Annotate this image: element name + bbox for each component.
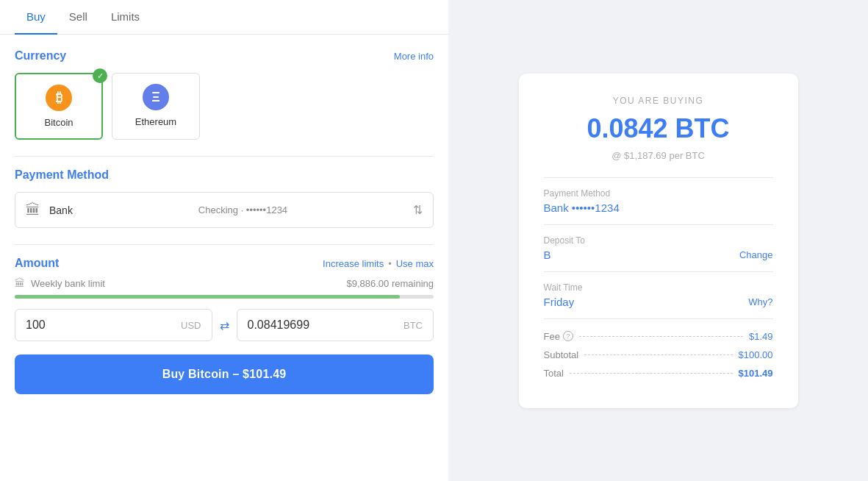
order-divider-3 xyxy=(544,271,773,272)
amount-section: Amount Increase limits • Use max 🏛 Weekl… xyxy=(15,257,434,341)
payment-left: 🏛 Bank xyxy=(26,202,73,218)
total-label: Total xyxy=(544,368,564,379)
order-divider-4 xyxy=(544,318,773,319)
progress-bar xyxy=(15,295,434,299)
currency-cards: ✓ ₿ Bitcoin Ξ Ethereum xyxy=(15,73,434,140)
wait-time-row-label: Wait Time xyxy=(544,282,773,293)
amount-links: Increase limits • Use max xyxy=(323,258,434,269)
ethereum-icon: Ξ xyxy=(143,84,169,110)
amount-title: Amount xyxy=(15,257,59,270)
total-value: $101.49 xyxy=(739,368,773,379)
more-info-link[interactable]: More info xyxy=(394,51,434,62)
wait-time-row-value: Friday Why? xyxy=(544,296,773,308)
order-wait-row: Wait Time Friday Why? xyxy=(544,282,773,308)
left-panel: Buy Sell Limits Currency More info ✓ ₿ B… xyxy=(0,0,448,481)
left-content: Currency More info ✓ ₿ Bitcoin Ξ Ethereu… xyxy=(0,35,448,481)
right-panel: YOU ARE BUYING 0.0842 BTC @ $1,187.69 pe… xyxy=(448,0,868,481)
you-are-buying-label: YOU ARE BUYING xyxy=(544,96,773,106)
buy-button[interactable]: Buy Bitcoin – $101.49 xyxy=(15,354,434,394)
selected-check-icon: ✓ xyxy=(93,68,107,83)
limit-row: 🏛 Weekly bank limit $9,886.00 remaining xyxy=(15,277,434,289)
btc-input[interactable] xyxy=(248,318,400,332)
why-link[interactable]: Why? xyxy=(748,296,772,307)
payment-method-row-value: Bank ••••••1234 xyxy=(544,202,773,214)
btc-currency-label: BTC xyxy=(403,320,423,331)
fee-value: $1.49 xyxy=(749,331,773,342)
order-deposit-row: Deposit To B Change xyxy=(544,235,773,261)
bank-name-label: Bank xyxy=(49,204,73,216)
fee-dots-1 xyxy=(579,336,743,337)
divider-payment xyxy=(15,244,434,245)
btc-amount-large: 0.0842 BTC xyxy=(544,113,773,144)
currency-card-bitcoin[interactable]: ✓ ₿ Bitcoin xyxy=(15,73,103,140)
divider-currency xyxy=(15,156,434,157)
tab-buy[interactable]: Buy xyxy=(15,0,57,35)
order-divider-2 xyxy=(544,224,773,225)
subtotal-row: Subtotal $100.00 xyxy=(544,349,773,360)
change-link[interactable]: Change xyxy=(739,249,773,260)
payment-method-title: Payment Method xyxy=(15,168,109,182)
deposit-to-row-label: Deposit To xyxy=(544,235,773,246)
progress-fill xyxy=(15,295,400,299)
payment-method-row-label: Payment Method xyxy=(544,188,773,199)
fee-dots-3 xyxy=(570,373,733,374)
bitcoin-icon: ₿ xyxy=(46,85,72,111)
use-max-link[interactable]: Use max xyxy=(396,258,434,269)
deposit-to-value: B xyxy=(544,249,551,261)
tab-sell[interactable]: Sell xyxy=(57,0,99,35)
deposit-to-row-value: B Change xyxy=(544,249,773,261)
remaining-label: $9,886.00 remaining xyxy=(346,278,434,289)
payment-method-select[interactable]: 🏛 Bank Checking · ••••••1234 ⇅ xyxy=(15,192,434,228)
fee-label: Fee ? xyxy=(544,331,573,342)
order-payment-row: Payment Method Bank ••••••1234 xyxy=(544,188,773,214)
payment-method-value: Bank ••••••1234 xyxy=(544,202,620,214)
amount-section-header: Amount Increase limits • Use max xyxy=(15,257,434,270)
order-divider-1 xyxy=(544,177,773,178)
fee-rows: Fee ? $1.49 Subtotal $100.00 Total $101.… xyxy=(544,331,773,379)
wait-time-value: Friday xyxy=(544,296,575,308)
amount-inputs: USD ⇄ BTC xyxy=(15,309,434,341)
bank-limit-icon: 🏛 xyxy=(15,277,25,289)
tab-limits[interactable]: Limits xyxy=(99,0,151,35)
subtotal-label: Subtotal xyxy=(544,349,579,360)
total-row: Total $101.49 xyxy=(544,368,773,379)
bank-icon: 🏛 xyxy=(26,202,40,218)
currency-card-ethereum[interactable]: Ξ Ethereum xyxy=(112,73,200,140)
tabs-container: Buy Sell Limits xyxy=(0,0,448,35)
weekly-bank-limit-label: Weekly bank limit xyxy=(31,278,105,289)
price-per-btc-label: @ $1,187.69 per BTC xyxy=(544,150,773,161)
order-card: YOU ARE BUYING 0.0842 BTC @ $1,187.69 pe… xyxy=(519,74,798,408)
bitcoin-label: Bitcoin xyxy=(44,117,73,128)
limit-left: 🏛 Weekly bank limit xyxy=(15,277,105,289)
fee-info-icon[interactable]: ? xyxy=(563,331,573,341)
dot-separator: • xyxy=(388,258,392,269)
currency-section-header: Currency More info xyxy=(15,49,434,63)
increase-limits-link[interactable]: Increase limits xyxy=(323,258,384,269)
usd-currency-label: USD xyxy=(181,320,201,331)
swap-icon[interactable]: ⇄ xyxy=(220,318,229,332)
btc-input-box[interactable]: BTC xyxy=(237,309,434,341)
fee-dots-2 xyxy=(584,354,732,355)
usd-input[interactable] xyxy=(26,318,176,332)
fee-row: Fee ? $1.49 xyxy=(544,331,773,342)
usd-input-box[interactable]: USD xyxy=(15,309,212,341)
bank-detail-label: Checking · ••••••1234 xyxy=(198,204,287,215)
dropdown-arrows-icon: ⇅ xyxy=(413,203,423,217)
subtotal-value: $100.00 xyxy=(739,349,773,360)
currency-title: Currency xyxy=(15,49,66,63)
ethereum-label: Ethereum xyxy=(135,116,176,127)
payment-section-header: Payment Method xyxy=(15,168,434,182)
